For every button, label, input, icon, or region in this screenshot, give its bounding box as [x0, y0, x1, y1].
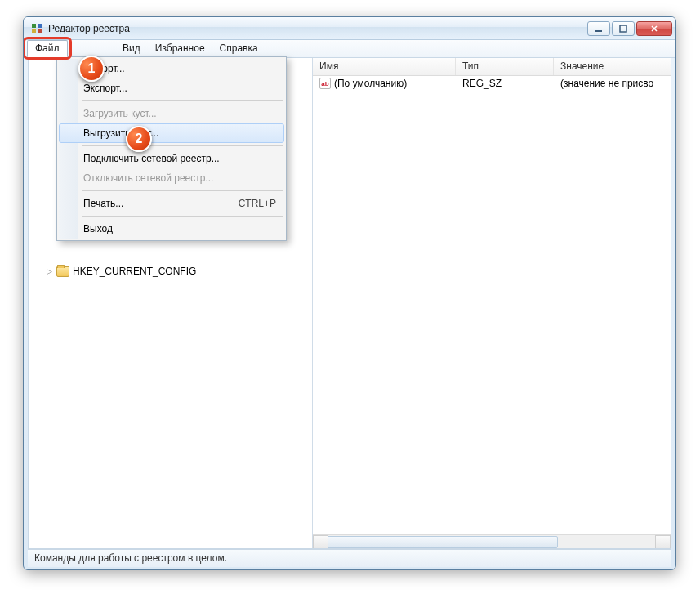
- menu-item-load-hive: Загрузить куст...: [59, 104, 284, 123]
- svg-rect-0: [32, 24, 36, 28]
- titlebar[interactable]: Редактор реестра: [24, 17, 675, 40]
- menu-item-import[interactable]: Импорт...: [59, 59, 284, 78]
- menu-separator: [82, 145, 283, 146]
- menu-item-export[interactable]: Экспорт...: [59, 78, 284, 98]
- svg-rect-1: [38, 24, 42, 28]
- value-name: (По умолчанию): [334, 78, 407, 89]
- menu-item-disconnect-network: Отключить сетевой реестр...: [59, 168, 284, 188]
- svg-rect-5: [620, 25, 626, 32]
- menu-item-unload-hive[interactable]: Выгрузить куст...: [59, 123, 284, 143]
- tree-item-hkcc[interactable]: ▷ HKEY_CURRENT_CONFIG: [29, 264, 312, 279]
- column-header-value[interactable]: Значение: [554, 58, 671, 75]
- tree-item-label: HKEY_CURRENT_CONFIG: [73, 266, 196, 277]
- close-button[interactable]: [636, 21, 672, 36]
- scrollbar-thumb[interactable]: [327, 536, 558, 548]
- menu-accelerator: CTRL+P: [239, 198, 276, 209]
- list-body[interactable]: ab (По умолчанию) REG_SZ (значение не пр…: [313, 76, 671, 534]
- folder-icon: [56, 266, 69, 277]
- file-menu-dropdown: Импорт... Экспорт... Загрузить куст... В…: [56, 56, 287, 241]
- svg-rect-4: [595, 30, 602, 32]
- menu-separator: [82, 216, 283, 217]
- column-header-name[interactable]: Имя: [313, 58, 456, 75]
- list-row[interactable]: ab (По умолчанию) REG_SZ (значение не пр…: [313, 76, 671, 91]
- column-header-type[interactable]: Тип: [456, 58, 554, 75]
- menu-item-connect-network[interactable]: Подключить сетевой реестр...: [59, 149, 284, 168]
- expand-arrow-icon[interactable]: ▷: [45, 267, 53, 275]
- svg-rect-2: [32, 29, 36, 33]
- menu-separator: [82, 100, 283, 101]
- value-data: (значение не присво: [554, 78, 671, 89]
- list-pane: Имя Тип Значение ab (По умолчанию) REG_S…: [313, 58, 671, 548]
- app-icon: [30, 22, 43, 35]
- menu-favorites[interactable]: Избранное: [148, 40, 212, 57]
- list-header: Имя Тип Значение: [313, 58, 671, 76]
- menu-item-exit[interactable]: Выход: [59, 219, 284, 239]
- horizontal-scrollbar[interactable]: [313, 534, 671, 548]
- menu-view[interactable]: Вид: [115, 40, 148, 57]
- status-text: Команды для работы с реестром в целом.: [34, 552, 227, 564]
- menu-help[interactable]: Справка: [212, 40, 265, 57]
- string-value-icon: ab: [319, 78, 331, 89]
- menu-separator: [82, 190, 283, 191]
- window-title: Редактор реестра: [48, 23, 130, 34]
- maximize-button[interactable]: [612, 21, 635, 36]
- svg-rect-3: [38, 29, 42, 33]
- statusbar: Команды для работы с реестром в целом.: [28, 549, 671, 567]
- value-type: REG_SZ: [456, 78, 554, 89]
- window-controls: [586, 21, 672, 36]
- minimize-button[interactable]: [587, 21, 610, 36]
- menubar: Файл Правка Вид Избранное Справка: [24, 40, 675, 58]
- menu-item-print[interactable]: Печать... CTRL+P: [59, 194, 284, 213]
- menu-file[interactable]: Файл: [27, 40, 68, 57]
